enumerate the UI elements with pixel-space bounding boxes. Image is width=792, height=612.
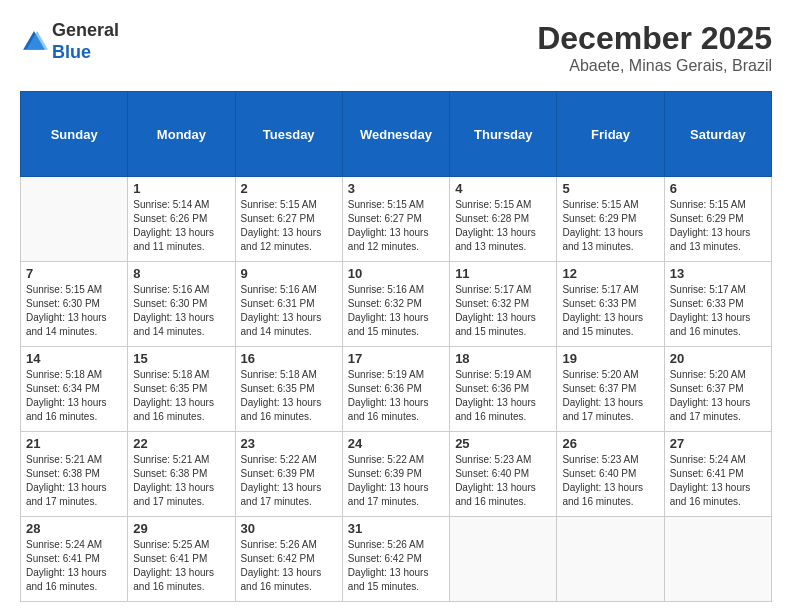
day-info: Sunrise: 5:16 AM Sunset: 6:31 PM Dayligh…	[241, 283, 337, 339]
day-number: 27	[670, 436, 766, 451]
calendar-cell: 16Sunrise: 5:18 AM Sunset: 6:35 PM Dayli…	[235, 347, 342, 432]
day-number: 31	[348, 521, 444, 536]
calendar-cell: 28Sunrise: 5:24 AM Sunset: 6:41 PM Dayli…	[21, 517, 128, 602]
day-info: Sunrise: 5:17 AM Sunset: 6:33 PM Dayligh…	[670, 283, 766, 339]
day-number: 6	[670, 181, 766, 196]
calendar-cell: 20Sunrise: 5:20 AM Sunset: 6:37 PM Dayli…	[664, 347, 771, 432]
day-info: Sunrise: 5:15 AM Sunset: 6:27 PM Dayligh…	[241, 198, 337, 254]
calendar-cell: 17Sunrise: 5:19 AM Sunset: 6:36 PM Dayli…	[342, 347, 449, 432]
weekday-header-monday: Monday	[128, 92, 235, 177]
day-number: 10	[348, 266, 444, 281]
calendar-cell: 25Sunrise: 5:23 AM Sunset: 6:40 PM Dayli…	[450, 432, 557, 517]
day-info: Sunrise: 5:19 AM Sunset: 6:36 PM Dayligh…	[348, 368, 444, 424]
day-number: 17	[348, 351, 444, 366]
weekday-header-sunday: Sunday	[21, 92, 128, 177]
day-number: 3	[348, 181, 444, 196]
day-number: 1	[133, 181, 229, 196]
page-header: General Blue December 2025 Abaete, Minas…	[20, 20, 772, 75]
day-number: 18	[455, 351, 551, 366]
calendar-cell: 13Sunrise: 5:17 AM Sunset: 6:33 PM Dayli…	[664, 262, 771, 347]
day-info: Sunrise: 5:15 AM Sunset: 6:29 PM Dayligh…	[562, 198, 658, 254]
day-info: Sunrise: 5:17 AM Sunset: 6:33 PM Dayligh…	[562, 283, 658, 339]
day-info: Sunrise: 5:17 AM Sunset: 6:32 PM Dayligh…	[455, 283, 551, 339]
day-number: 15	[133, 351, 229, 366]
month-year-title: December 2025	[537, 20, 772, 57]
calendar-cell: 14Sunrise: 5:18 AM Sunset: 6:34 PM Dayli…	[21, 347, 128, 432]
weekday-header-tuesday: Tuesday	[235, 92, 342, 177]
day-number: 12	[562, 266, 658, 281]
weekday-header-wednesday: Wednesday	[342, 92, 449, 177]
day-info: Sunrise: 5:23 AM Sunset: 6:40 PM Dayligh…	[562, 453, 658, 509]
calendar-week-row: 14Sunrise: 5:18 AM Sunset: 6:34 PM Dayli…	[21, 347, 772, 432]
day-number: 23	[241, 436, 337, 451]
calendar-week-row: 28Sunrise: 5:24 AM Sunset: 6:41 PM Dayli…	[21, 517, 772, 602]
calendar-week-row: 7Sunrise: 5:15 AM Sunset: 6:30 PM Daylig…	[21, 262, 772, 347]
day-number: 25	[455, 436, 551, 451]
logo: General Blue	[20, 20, 119, 63]
calendar-cell: 11Sunrise: 5:17 AM Sunset: 6:32 PM Dayli…	[450, 262, 557, 347]
day-number: 11	[455, 266, 551, 281]
day-info: Sunrise: 5:25 AM Sunset: 6:41 PM Dayligh…	[133, 538, 229, 594]
calendar-cell: 8Sunrise: 5:16 AM Sunset: 6:30 PM Daylig…	[128, 262, 235, 347]
day-info: Sunrise: 5:21 AM Sunset: 6:38 PM Dayligh…	[133, 453, 229, 509]
day-number: 22	[133, 436, 229, 451]
calendar-week-row: 1Sunrise: 5:14 AM Sunset: 6:26 PM Daylig…	[21, 177, 772, 262]
day-number: 13	[670, 266, 766, 281]
calendar-cell: 21Sunrise: 5:21 AM Sunset: 6:38 PM Dayli…	[21, 432, 128, 517]
day-info: Sunrise: 5:14 AM Sunset: 6:26 PM Dayligh…	[133, 198, 229, 254]
day-number: 5	[562, 181, 658, 196]
day-info: Sunrise: 5:22 AM Sunset: 6:39 PM Dayligh…	[241, 453, 337, 509]
calendar-cell	[557, 517, 664, 602]
day-info: Sunrise: 5:26 AM Sunset: 6:42 PM Dayligh…	[348, 538, 444, 594]
day-info: Sunrise: 5:22 AM Sunset: 6:39 PM Dayligh…	[348, 453, 444, 509]
day-info: Sunrise: 5:18 AM Sunset: 6:35 PM Dayligh…	[133, 368, 229, 424]
calendar-cell	[21, 177, 128, 262]
calendar-cell: 9Sunrise: 5:16 AM Sunset: 6:31 PM Daylig…	[235, 262, 342, 347]
calendar-cell: 18Sunrise: 5:19 AM Sunset: 6:36 PM Dayli…	[450, 347, 557, 432]
day-info: Sunrise: 5:20 AM Sunset: 6:37 PM Dayligh…	[670, 368, 766, 424]
day-number: 4	[455, 181, 551, 196]
day-info: Sunrise: 5:24 AM Sunset: 6:41 PM Dayligh…	[670, 453, 766, 509]
weekday-header-thursday: Thursday	[450, 92, 557, 177]
location-subtitle: Abaete, Minas Gerais, Brazil	[537, 57, 772, 75]
day-info: Sunrise: 5:18 AM Sunset: 6:34 PM Dayligh…	[26, 368, 122, 424]
day-info: Sunrise: 5:23 AM Sunset: 6:40 PM Dayligh…	[455, 453, 551, 509]
day-number: 14	[26, 351, 122, 366]
day-number: 21	[26, 436, 122, 451]
calendar-cell: 6Sunrise: 5:15 AM Sunset: 6:29 PM Daylig…	[664, 177, 771, 262]
day-info: Sunrise: 5:18 AM Sunset: 6:35 PM Dayligh…	[241, 368, 337, 424]
calendar-cell: 12Sunrise: 5:17 AM Sunset: 6:33 PM Dayli…	[557, 262, 664, 347]
day-number: 28	[26, 521, 122, 536]
calendar-table: SundayMondayTuesdayWednesdayThursdayFrid…	[20, 91, 772, 602]
calendar-cell: 27Sunrise: 5:24 AM Sunset: 6:41 PM Dayli…	[664, 432, 771, 517]
day-info: Sunrise: 5:16 AM Sunset: 6:32 PM Dayligh…	[348, 283, 444, 339]
day-number: 19	[562, 351, 658, 366]
calendar-cell: 15Sunrise: 5:18 AM Sunset: 6:35 PM Dayli…	[128, 347, 235, 432]
title-section: December 2025 Abaete, Minas Gerais, Braz…	[537, 20, 772, 75]
calendar-cell: 26Sunrise: 5:23 AM Sunset: 6:40 PM Dayli…	[557, 432, 664, 517]
day-number: 9	[241, 266, 337, 281]
day-number: 26	[562, 436, 658, 451]
day-info: Sunrise: 5:15 AM Sunset: 6:28 PM Dayligh…	[455, 198, 551, 254]
weekday-header-friday: Friday	[557, 92, 664, 177]
day-number: 7	[26, 266, 122, 281]
calendar-cell: 4Sunrise: 5:15 AM Sunset: 6:28 PM Daylig…	[450, 177, 557, 262]
calendar-cell: 22Sunrise: 5:21 AM Sunset: 6:38 PM Dayli…	[128, 432, 235, 517]
day-info: Sunrise: 5:20 AM Sunset: 6:37 PM Dayligh…	[562, 368, 658, 424]
calendar-cell: 7Sunrise: 5:15 AM Sunset: 6:30 PM Daylig…	[21, 262, 128, 347]
day-info: Sunrise: 5:15 AM Sunset: 6:29 PM Dayligh…	[670, 198, 766, 254]
day-info: Sunrise: 5:24 AM Sunset: 6:41 PM Dayligh…	[26, 538, 122, 594]
day-number: 30	[241, 521, 337, 536]
day-info: Sunrise: 5:21 AM Sunset: 6:38 PM Dayligh…	[26, 453, 122, 509]
calendar-cell	[450, 517, 557, 602]
day-number: 24	[348, 436, 444, 451]
logo-blue-text: Blue	[52, 42, 91, 62]
calendar-cell: 31Sunrise: 5:26 AM Sunset: 6:42 PM Dayli…	[342, 517, 449, 602]
weekday-header-row: SundayMondayTuesdayWednesdayThursdayFrid…	[21, 92, 772, 177]
day-number: 8	[133, 266, 229, 281]
calendar-cell: 3Sunrise: 5:15 AM Sunset: 6:27 PM Daylig…	[342, 177, 449, 262]
logo-general-text: General	[52, 20, 119, 40]
day-info: Sunrise: 5:19 AM Sunset: 6:36 PM Dayligh…	[455, 368, 551, 424]
day-number: 29	[133, 521, 229, 536]
calendar-cell: 30Sunrise: 5:26 AM Sunset: 6:42 PM Dayli…	[235, 517, 342, 602]
